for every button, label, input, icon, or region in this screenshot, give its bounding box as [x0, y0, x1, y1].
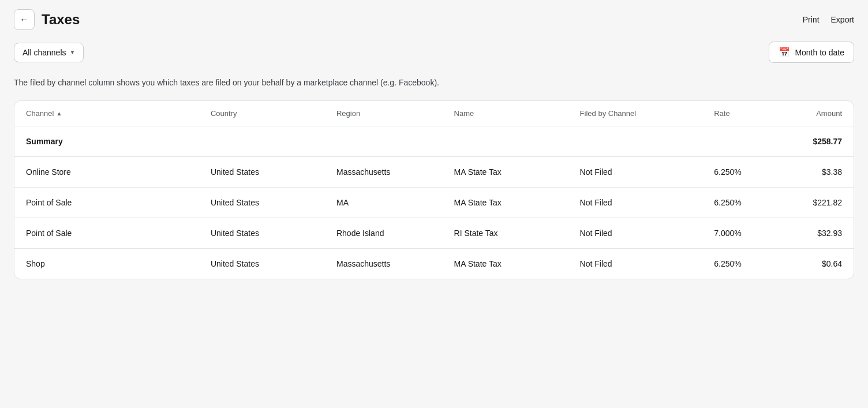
header-actions: Print Export: [803, 15, 854, 24]
chevron-down-icon: ▼: [70, 49, 76, 55]
print-link[interactable]: Print: [803, 15, 820, 24]
cell-channel: Online Store: [14, 157, 199, 188]
table-header-row: Channel ▲ Country Region Name Filed by C…: [14, 101, 854, 126]
cell-name: MA State Tax: [443, 188, 568, 218]
page-container: ← Taxes Print Export All channels ▼ 📅 Mo…: [0, 0, 868, 408]
cell-region: Massachusetts: [325, 249, 443, 279]
column-header-region[interactable]: Region: [325, 101, 443, 126]
header-row: ← Taxes Print Export: [14, 9, 854, 30]
cell-amount: $3.38: [787, 157, 854, 188]
table-row: Online StoreUnited StatesMassachusettsMA…: [14, 157, 854, 188]
page-title: Taxes: [42, 12, 80, 28]
cell-name: MA State Tax: [443, 157, 568, 188]
cell-filed_by_channel: Not Filed: [568, 249, 703, 279]
sort-ascending-icon: ▲: [56, 110, 62, 117]
info-text: The filed by channel column shows you wh…: [14, 77, 854, 89]
cell-channel: Point of Sale: [14, 218, 199, 249]
export-link[interactable]: Export: [831, 15, 854, 24]
column-header-name[interactable]: Name: [443, 101, 568, 126]
cell-channel: Shop: [14, 249, 199, 279]
cell-rate: 6.250%: [702, 188, 786, 218]
column-header-amount[interactable]: Amount: [787, 101, 854, 126]
table-row: Point of SaleUnited StatesRhode IslandRI…: [14, 218, 854, 249]
table-container: Channel ▲ Country Region Name Filed by C…: [14, 100, 854, 279]
cell-rate: 7.000%: [702, 218, 786, 249]
cell-region: Rhode Island: [325, 218, 443, 249]
back-button[interactable]: ←: [14, 9, 35, 30]
calendar-icon: 📅: [779, 47, 790, 58]
table-row: Point of SaleUnited StatesMAMA State Tax…: [14, 188, 854, 218]
table-row: ShopUnited StatesMassachusettsMA State T…: [14, 249, 854, 279]
cell-amount: $0.64: [787, 249, 854, 279]
cell-amount: $32.93: [787, 218, 854, 249]
cell-country: United States: [199, 218, 325, 249]
cell-filed_by_channel: Not Filed: [568, 157, 703, 188]
cell-name: MA State Tax: [443, 249, 568, 279]
date-range-button[interactable]: 📅 Month to date: [769, 42, 854, 63]
cell-country: United States: [199, 157, 325, 188]
cell-filed_by_channel: Not Filed: [568, 218, 703, 249]
controls-row: All channels ▼ 📅 Month to date: [14, 42, 854, 63]
column-header-country[interactable]: Country: [199, 101, 325, 126]
cell-region: Massachusetts: [325, 157, 443, 188]
cell-country: United States: [199, 188, 325, 218]
cell-channel: Point of Sale: [14, 188, 199, 218]
date-range-label: Month to date: [795, 48, 844, 57]
summary-label: Summary: [14, 126, 199, 157]
cell-amount: $221.82: [787, 188, 854, 218]
column-header-channel[interactable]: Channel ▲: [14, 101, 199, 126]
cell-country: United States: [199, 249, 325, 279]
cell-name: RI State Tax: [443, 218, 568, 249]
header-left: ← Taxes: [14, 9, 80, 30]
summary-row: Summary $258.77: [14, 126, 854, 157]
cell-rate: 6.250%: [702, 157, 786, 188]
column-header-filed-by-channel[interactable]: Filed by Channel: [568, 101, 703, 126]
channels-dropdown[interactable]: All channels ▼: [14, 43, 84, 62]
cell-filed_by_channel: Not Filed: [568, 188, 703, 218]
column-header-rate[interactable]: Rate: [702, 101, 786, 126]
cell-rate: 6.250%: [702, 249, 786, 279]
channels-label: All channels: [23, 48, 66, 57]
taxes-table: Channel ▲ Country Region Name Filed by C…: [14, 101, 854, 279]
cell-region: MA: [325, 188, 443, 218]
summary-amount: $258.77: [787, 126, 854, 157]
